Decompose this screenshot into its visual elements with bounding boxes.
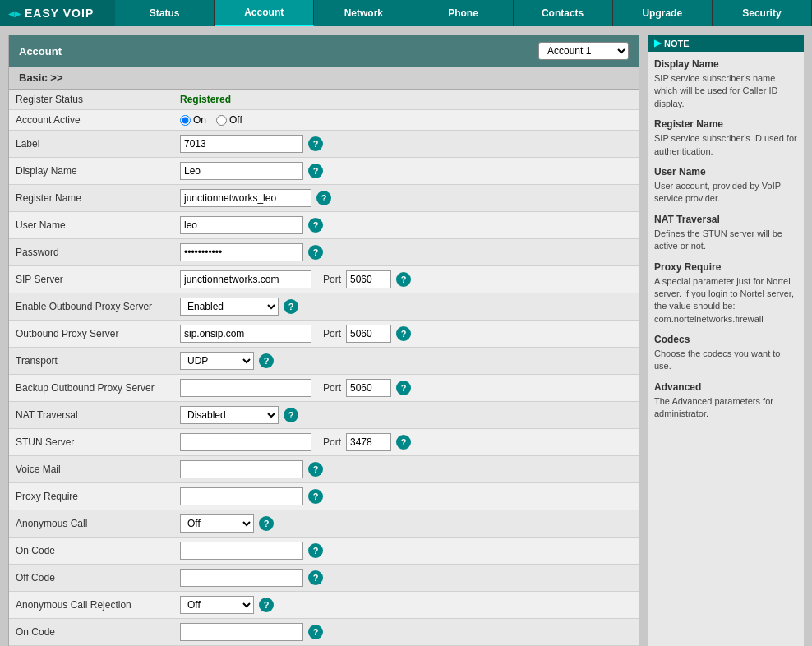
field-label: Password	[9, 239, 173, 266]
sip-server-input[interactable]	[180, 270, 311, 288]
outbound-proxy-input[interactable]	[180, 325, 311, 343]
account-select[interactable]: Account 1 Account 2 Account 3	[538, 42, 629, 60]
table-row: Register Name ?	[9, 185, 639, 212]
help-icon[interactable]: ?	[308, 136, 323, 151]
table-row: Enable Outbound Proxy Server Enabled Dis…	[9, 293, 639, 321]
label-input[interactable]	[180, 135, 303, 153]
help-icon[interactable]: ?	[259, 598, 274, 612]
help-icon[interactable]: ?	[259, 353, 274, 368]
register-status-value: Registered	[180, 94, 231, 105]
note-codecs: Codecs Choose the codecs you want to use…	[654, 334, 797, 373]
note-arrow-icon: ▶	[654, 38, 661, 48]
header: ◀▶ EASY VOIP Status Account Network Phon…	[0, 0, 812, 26]
outbound-proxy-port-input[interactable]	[346, 325, 391, 343]
radio-off[interactable]: Off	[216, 114, 242, 126]
field-value: Registered	[173, 90, 639, 110]
on-code-rejection-input[interactable]	[180, 623, 303, 641]
help-icon[interactable]: ?	[284, 408, 298, 422]
field-value: ?	[173, 538, 639, 565]
help-icon[interactable]: ?	[316, 191, 331, 205]
nat-traversal-select[interactable]: Disabled Enabled	[180, 406, 279, 424]
field-value: ?	[173, 212, 639, 239]
help-icon[interactable]: ?	[308, 543, 323, 558]
sidebar: ▶ NOTE Display Name SIP service subscrib…	[648, 35, 804, 646]
username-input[interactable]	[180, 216, 303, 234]
voicemail-input[interactable]	[180, 460, 303, 478]
sip-server-port-input[interactable]	[346, 270, 391, 288]
help-icon[interactable]: ?	[284, 299, 298, 314]
nav-network[interactable]: Network	[314, 0, 413, 26]
field-value: Disabled Enabled ?	[173, 402, 639, 429]
note-section-text: User account, provided by VoIP service p…	[654, 180, 797, 205]
table-row: Outbound Proxy Server Port ?	[9, 321, 639, 348]
account-header: Account Account 1 Account 2 Account 3	[9, 35, 639, 67]
note-nat-traversal: NAT Traversal Defines the STUN server wi…	[654, 214, 797, 253]
table-row: On Code ?	[9, 538, 639, 565]
help-icon[interactable]: ?	[308, 164, 323, 178]
help-icon[interactable]: ?	[308, 489, 323, 504]
table-row: Anonymous Call Off On ?	[9, 510, 639, 538]
radio-off-input[interactable]	[216, 115, 227, 126]
note-section-title: User Name	[654, 166, 797, 178]
backup-proxy-port-input[interactable]	[346, 379, 391, 397]
help-icon[interactable]: ?	[308, 625, 323, 639]
note-section-title: NAT Traversal	[654, 214, 797, 225]
nav-upgrade[interactable]: Upgrade	[613, 0, 713, 26]
main-container: Account Account 1 Account 2 Account 3 Ba…	[0, 26, 812, 646]
table-row: Backup Outbound Proxy Server Port ?	[9, 375, 639, 402]
password-input[interactable]	[180, 243, 303, 261]
help-icon[interactable]: ?	[259, 516, 274, 531]
table-row: NAT Traversal Disabled Enabled ?	[9, 402, 639, 429]
field-value: ?	[173, 619, 639, 646]
help-icon[interactable]: ?	[308, 218, 323, 233]
table-row: Anonymous Call Rejection Off On ?	[9, 592, 639, 619]
nav-phone[interactable]: Phone	[413, 0, 513, 26]
stun-server-input[interactable]	[180, 433, 311, 451]
radio-on[interactable]: On	[180, 114, 206, 126]
table-row: Password ?	[9, 239, 639, 266]
stun-server-port-input[interactable]	[346, 433, 391, 451]
on-code-input[interactable]	[180, 542, 303, 560]
field-value: Port ?	[173, 375, 639, 402]
table-row: Display Name ?	[9, 158, 639, 185]
help-icon[interactable]: ?	[396, 381, 411, 395]
off-code-input[interactable]	[180, 569, 303, 587]
anonymous-call-rejection-select[interactable]: Off On	[180, 596, 254, 614]
logo-text: EASY VOIP	[25, 7, 94, 20]
field-label: Enable Outbound Proxy Server	[9, 293, 173, 321]
nav-security[interactable]: Security	[713, 0, 812, 26]
enable-outbound-proxy-select[interactable]: Enabled Disabled	[180, 298, 279, 316]
table-row: On Code ?	[9, 619, 639, 646]
help-icon[interactable]: ?	[308, 245, 323, 260]
proxy-require-input[interactable]	[180, 487, 303, 505]
display-name-input[interactable]	[180, 162, 303, 180]
anonymous-call-select[interactable]: Off On	[180, 514, 254, 533]
form-scroll: Register Status Registered Account Activ…	[9, 90, 639, 646]
field-label: Label	[9, 131, 173, 158]
help-icon[interactable]: ?	[308, 462, 323, 477]
transport-select[interactable]: UDP TCP TLS	[180, 352, 254, 370]
nav-account[interactable]: Account	[215, 0, 314, 26]
table-row: SIP Server Port ?	[9, 266, 639, 293]
help-icon[interactable]: ?	[396, 272, 411, 287]
note-section-text: Choose the codecs you want to use.	[654, 348, 797, 373]
help-icon[interactable]: ?	[396, 326, 411, 341]
table-row: Label ?	[9, 131, 639, 158]
help-icon[interactable]: ?	[396, 435, 411, 450]
field-value: ?	[173, 565, 639, 592]
port-label: Port	[323, 328, 341, 339]
nav-status[interactable]: Status	[115, 0, 215, 26]
note-section-title: Proxy Require	[654, 261, 797, 273]
field-value: ?	[173, 158, 639, 185]
register-name-input[interactable]	[180, 189, 311, 207]
table-row: Transport UDP TCP TLS ?	[9, 348, 639, 375]
field-label: Register Status	[9, 90, 173, 110]
field-label: Outbound Proxy Server	[9, 321, 173, 348]
form-table: Register Status Registered Account Activ…	[9, 90, 639, 646]
nav-contacts[interactable]: Contacts	[514, 0, 613, 26]
account-select-wrap: Account 1 Account 2 Account 3	[538, 42, 629, 60]
help-icon[interactable]: ?	[308, 570, 323, 585]
backup-proxy-input[interactable]	[180, 379, 311, 397]
note-section-text: SIP service subscriber's ID used for aut…	[654, 132, 797, 158]
radio-on-input[interactable]	[180, 115, 191, 126]
